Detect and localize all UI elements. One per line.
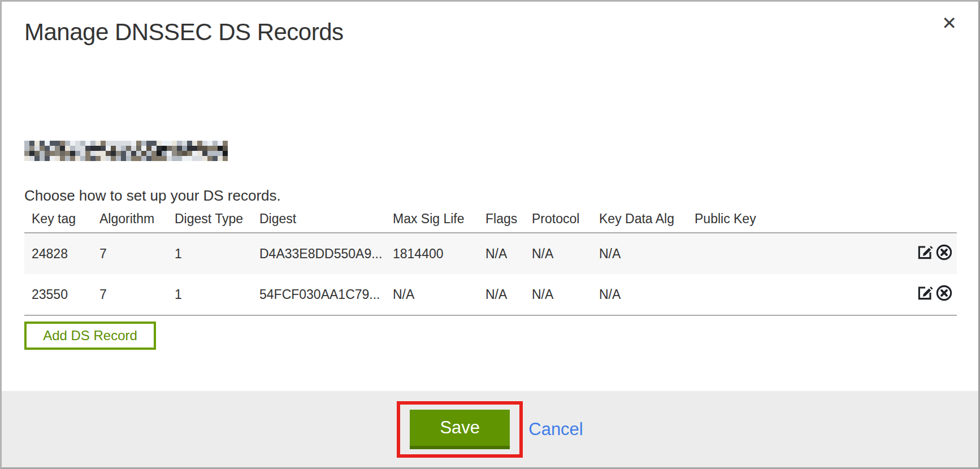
edit-icon (916, 254, 934, 263)
cell-key-tag: 23550 (24, 274, 92, 315)
cell-digest: 54FCF030AA1C79... (252, 274, 385, 315)
edit-icon (916, 295, 934, 303)
delete-record-button[interactable] (935, 284, 953, 302)
instruction-text: Choose how to set up your DS records. (24, 187, 956, 205)
col-header-digest: Digest (252, 211, 385, 233)
cell-digest: D4A33E8DD550A9... (252, 233, 385, 274)
cell-key-data-alg: N/A (592, 233, 687, 274)
delete-record-button[interactable] (935, 244, 953, 261)
page-title: Manage DNSSEC DS Records (24, 19, 956, 46)
col-header-actions (909, 211, 957, 233)
cell-key-data-alg: N/A (592, 274, 687, 315)
edit-record-button[interactable] (916, 284, 934, 302)
delete-icon (935, 254, 953, 263)
edit-record-button[interactable] (916, 244, 934, 261)
cell-actions (909, 233, 957, 274)
cell-max-sig-life: N/A (385, 274, 478, 315)
col-header-public-key: Public Key (687, 211, 909, 233)
col-header-digest-type: Digest Type (167, 211, 252, 233)
add-ds-record-button[interactable]: Add DS Record (24, 322, 156, 350)
cell-flags: N/A (478, 274, 524, 315)
col-header-max-sig-life: Max Sig Life (385, 211, 478, 233)
delete-icon (935, 295, 953, 303)
col-header-key-tag: Key tag (24, 211, 92, 233)
table-row: 24828 7 1 D4A33E8DD550A9... 1814400 N/A … (24, 233, 957, 274)
cell-flags: N/A (478, 233, 524, 274)
col-header-protocol: Protocol (524, 211, 592, 233)
dialog-footer: Save Cancel (2, 391, 978, 467)
cell-digest-type: 1 (167, 274, 252, 315)
cell-protocol: N/A (524, 233, 592, 274)
col-header-key-data-alg: Key Data Alg (592, 211, 687, 233)
cell-algorithm: 7 (92, 274, 167, 315)
table-header-row: Key tag Algorithm Digest Type Digest Max… (24, 211, 957, 233)
cell-public-key (687, 274, 909, 315)
cell-actions (909, 274, 957, 315)
redacted-domain (24, 141, 228, 161)
cancel-link[interactable]: Cancel (528, 419, 583, 440)
red-annotation-box: Save (397, 401, 523, 458)
cell-public-key (687, 233, 909, 274)
col-header-flags: Flags (478, 211, 524, 233)
close-icon[interactable]: ✕ (942, 14, 957, 32)
manage-dnssec-ds-records-dialog: ✕ Manage DNSSEC DS Records Choose how to… (0, 0, 980, 469)
cell-algorithm: 7 (92, 233, 167, 274)
dialog-content: Manage DNSSEC DS Records Choose how to s… (2, 19, 978, 350)
col-header-algorithm: Algorithm (92, 211, 167, 233)
ds-records-table: Key tag Algorithm Digest Type Digest Max… (24, 211, 957, 316)
save-button[interactable]: Save (410, 410, 510, 449)
cell-max-sig-life: 1814400 (385, 233, 478, 274)
cell-protocol: N/A (524, 274, 592, 315)
table-row: 23550 7 1 54FCF030AA1C79... N/A N/A N/A … (24, 274, 957, 315)
cell-digest-type: 1 (167, 233, 252, 274)
cell-key-tag: 24828 (24, 233, 92, 274)
